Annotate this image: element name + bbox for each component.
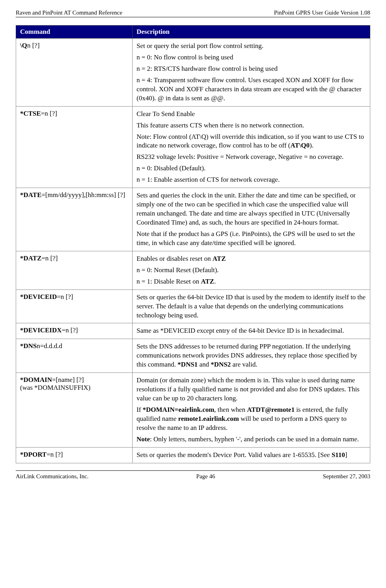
cmd-dns-bold: *DNS — [20, 342, 37, 350]
q-text-2: n = 0: No flow control is being used — [137, 53, 366, 62]
datz-1a: Enables or disables reset on — [137, 255, 212, 262]
domain-2a: If — [137, 406, 143, 413]
cmd-q-rest: n [?] — [27, 42, 40, 49]
desc-ctse: Clear To Send Enable This feature assert… — [133, 106, 370, 188]
cmd-dport: *DPORT=n [?] — [16, 447, 133, 463]
dns-text-1: Sets the DNS addresses to be returned du… — [137, 342, 366, 369]
ctse-3a: Note: Flow control (AT\Q) will override … — [137, 133, 364, 149]
datz-3a: n = 1: Disable Reset on — [137, 278, 201, 285]
dport-1a: Sets or queries the modem's Device Port.… — [137, 451, 332, 459]
row-date: *DATE=[mm/dd/yyyy],[hh:mm:ss] [?] Sets a… — [16, 188, 370, 251]
dport-1c: ] — [345, 451, 347, 459]
cmd-deviceid-rest: =n [?] — [57, 293, 73, 300]
cmd-date-rest: =[mm/dd/yyyy],[hh:mm:ss] [?] — [41, 191, 125, 199]
datz-3c: . — [214, 278, 216, 285]
row-deviceidx: *DEVICEIDX=n [?] Same as *DEVICEID excep… — [16, 323, 370, 339]
footer-right: September 27, 2003 — [323, 473, 370, 480]
ctse-text-3: Note: Flow control (AT\Q) will override … — [137, 133, 366, 151]
row-datz: *DATZ=n [?] Enables or disables reset on… — [16, 251, 370, 289]
desc-deviceid: Sets or queries the 64-bit Device ID tha… — [133, 289, 370, 323]
cmd-q-bold: \Q — [20, 42, 27, 49]
cmd-deviceidx-rest: =n [?] — [62, 326, 78, 334]
date-text-1: Sets and queries the clock in the unit. … — [137, 191, 366, 227]
cmd-dns: *DNSn=d.d.d.d — [16, 339, 133, 373]
page-header: Raven and PinPoint AT Command Reference … — [16, 9, 370, 17]
deviceidx-text-1: Same as *DEVICEID except entry of the 64… — [137, 326, 366, 335]
row-deviceid: *DEVICEID=n [?] Sets or queries the 64-b… — [16, 289, 370, 323]
datz-text-2: n = 0: Normal Reset (Default). — [137, 266, 366, 275]
desc-datz: Enables or disables reset on ATZ n = 0: … — [133, 251, 370, 289]
row-q: \Qn [?] Set or query the serial port flo… — [16, 39, 370, 107]
cmd-q: \Qn [?] — [16, 39, 133, 107]
domain-3b: : Only letters, numbers, hyphen '-', and… — [150, 435, 359, 443]
datz-1b: ATZ — [212, 255, 226, 262]
ctse-text-2: This feature asserts CTS when there is n… — [137, 121, 366, 130]
desc-q: Set or query the serial port flow contro… — [133, 39, 370, 107]
cmd-datz: *DATZ=n [?] — [16, 251, 133, 289]
cmd-datz-bold: *DATZ — [20, 254, 41, 262]
cmd-ctse-bold: *CTSE — [20, 110, 41, 117]
desc-date: Sets and queries the clock in the unit. … — [133, 188, 370, 251]
datz-text-3: n = 1: Disable Reset on ATZ. — [137, 277, 366, 286]
row-dport: *DPORT=n [?] Sets or queries the modem's… — [16, 447, 370, 463]
ctse-text-6: n = 1: Enable assertion of CTS for netwo… — [137, 175, 366, 184]
header-right: PinPoint GPRS User Guide Version 1.08 — [274, 9, 370, 16]
cmd-domain-bold: *DOMAIN — [20, 376, 52, 383]
col-header-command: Command — [16, 26, 133, 39]
cmd-dns-rest: n=d.d.d.d — [37, 342, 63, 350]
cmd-deviceid: *DEVICEID=n [?] — [16, 289, 133, 323]
dns-1d: *DNS2 — [211, 361, 231, 368]
ctse-3c: ). — [310, 142, 314, 149]
footer-center: Page 46 — [196, 473, 215, 480]
domain-2d: ATDT@remote1 — [247, 406, 295, 413]
dport-text-1: Sets or queries the modem's Device Port.… — [137, 451, 366, 460]
ctse-3b: AT\Q0 — [290, 142, 310, 149]
desc-dns: Sets the DNS addresses to be returned du… — [133, 339, 370, 373]
domain-text-1: Domain (or domain zone) which the modem … — [137, 376, 366, 403]
domain-2f: remote1.eairlink.com — [178, 415, 239, 422]
domain-2b: *DOMAIN=eairlink.com — [143, 406, 214, 413]
page-footer: AirLink Communications, Inc. Page 46 Sep… — [16, 470, 370, 480]
table-header-row: Command Description — [16, 26, 370, 39]
cmd-domain-line2: (was *DOMAINSUFFIX) — [20, 384, 90, 391]
row-domain: *DOMAIN=[name] [?] (was *DOMAINSUFFIX) D… — [16, 373, 370, 448]
cmd-deviceidx-bold: *DEVICEIDX — [20, 326, 62, 334]
dns-1b: *DNS1 — [177, 361, 198, 368]
row-ctse: *CTSE=n [?] Clear To Send Enable This fe… — [16, 106, 370, 188]
domain-text-3: Note: Only letters, numbers, hyphen '-',… — [137, 435, 366, 444]
q-text-3: n = 2: RTS/CTS hardware flow control is … — [137, 65, 366, 74]
ctse-text-1: Clear To Send Enable — [137, 110, 366, 119]
datz-text-1: Enables or disables reset on ATZ — [137, 254, 366, 264]
domain-2c: , then when — [214, 406, 247, 413]
dport-1b: S110 — [332, 451, 345, 459]
desc-deviceidx: Same as *DEVICEID except entry of the 64… — [133, 323, 370, 339]
desc-dport: Sets or queries the modem's Device Port.… — [133, 447, 370, 463]
desc-domain: Domain (or domain zone) which the modem … — [133, 373, 370, 448]
footer-left: AirLink Communications, Inc. — [16, 473, 89, 480]
dns-1c: and — [198, 361, 211, 368]
cmd-domain-rest: =[name] [?] — [52, 376, 84, 383]
cmd-ctse: *CTSE=n [?] — [16, 106, 133, 188]
date-text-2: Note that if the product has a GPS (i.e.… — [137, 230, 366, 248]
q-text-1: Set or query the serial port flow contro… — [137, 42, 366, 51]
row-dns: *DNSn=d.d.d.d Sets the DNS addresses to … — [16, 339, 370, 373]
cmd-deviceid-bold: *DEVICEID — [20, 293, 57, 300]
dns-1e: are valid. — [231, 361, 257, 368]
cmd-datz-rest: =n [?] — [41, 254, 57, 262]
datz-3b: ATZ — [201, 278, 214, 285]
domain-3a: Note — [137, 435, 150, 443]
cmd-ctse-rest: =n [?] — [41, 110, 57, 117]
command-table: Command Description \Qn [?] Set or query… — [16, 25, 370, 463]
cmd-dport-rest: =n [?] — [46, 451, 63, 458]
ctse-text-5: n = 0: Disabled (Default). — [137, 164, 366, 173]
document-page: Raven and PinPoint AT Command Reference … — [0, 0, 386, 487]
deviceid-text-1: Sets or queries the 64-bit Device ID tha… — [137, 293, 366, 320]
cmd-domain: *DOMAIN=[name] [?] (was *DOMAINSUFFIX) — [16, 373, 133, 448]
domain-text-2: If *DOMAIN=eairlink.com, then when ATDT@… — [137, 406, 366, 433]
col-header-description: Description — [133, 26, 370, 39]
cmd-deviceidx: *DEVICEIDX=n [?] — [16, 323, 133, 339]
header-left: Raven and PinPoint AT Command Reference — [16, 9, 122, 16]
q-text-4: n = 4: Transparent software flow control… — [137, 76, 366, 103]
ctse-text-4: RS232 voltage levels: Positive = Network… — [137, 153, 366, 162]
cmd-dport-bold: *DPORT — [20, 451, 46, 458]
